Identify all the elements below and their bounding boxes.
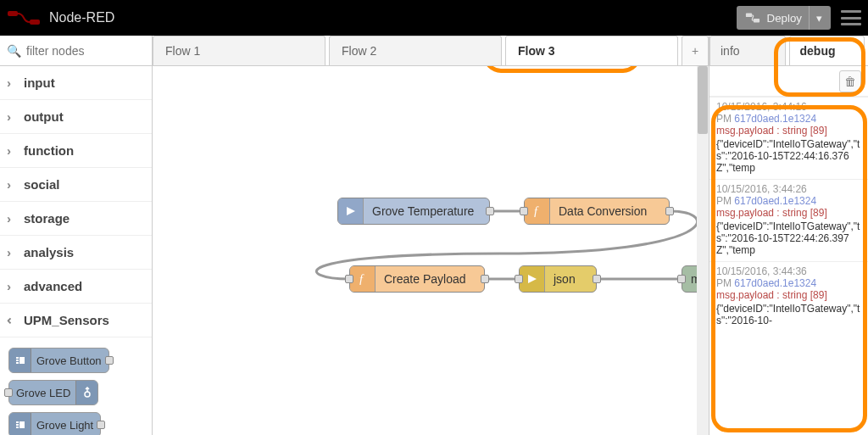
node-label: Grove Temperature (364, 204, 489, 218)
palette-category-label: function (24, 143, 74, 158)
search-icon: 🔍 (7, 44, 21, 58)
flow-tab-flow-2[interactable]: Flow 2 (329, 36, 502, 65)
palette-category-advanced[interactable]: ›advanced (0, 270, 152, 304)
node-port-icon[interactable] (486, 207, 494, 215)
flow-node-json[interactable]: json (519, 265, 597, 293)
flow-canvas[interactable]: Grove TemperaturefData ConversionfCreate… (153, 66, 709, 435)
svg-rect-7 (19, 357, 25, 364)
sidebar-tools: 🗑 (709, 66, 868, 97)
palette-category-input[interactable]: ›input (0, 66, 152, 100)
sidebar: infodebug 🗑 10/15/2016, 3:44:16PM 617d0a… (709, 36, 868, 435)
svg-rect-3 (753, 19, 759, 23)
svg-rect-1 (30, 20, 40, 25)
palette-node-label: Grove Button (36, 354, 102, 367)
node-port-icon[interactable] (520, 207, 528, 215)
flow-tab-label: Flow 2 (342, 44, 376, 58)
debug-message[interactable]: 10/15/2016, 3:44:16PM 617d0aed.1e1324msg… (709, 97, 868, 179)
palette-category-upm_sensors[interactable]: ⌄UPM_Sensors (0, 304, 152, 337)
app-header: Node-RED Deploy ▾ (0, 0, 868, 36)
palette-node-grove-led[interactable]: Grove LED (8, 380, 98, 405)
debug-msg-property: msg.payload : string [89] (716, 289, 861, 301)
node-port-icon[interactable] (515, 275, 523, 283)
node-port-icon[interactable] (481, 275, 489, 283)
svg-rect-10 (16, 424, 19, 426)
sensor-icon (9, 349, 31, 372)
flow-node-grove-temperature[interactable]: Grove Temperature (337, 198, 490, 225)
flow-tab-flow-3[interactable]: Flow 3 (505, 36, 678, 65)
palette-category-function[interactable]: ›function (0, 134, 152, 168)
node-port-icon[interactable] (345, 275, 353, 283)
node-type-icon (338, 198, 364, 224)
node-port-icon[interactable] (97, 421, 105, 429)
debug-message[interactable]: 10/15/2016, 3:44:36PM 617d0aed.1e1324msg… (709, 261, 868, 332)
debug-msg-time-suffix: PM (716, 195, 734, 207)
node-port-icon[interactable] (4, 388, 13, 397)
svg-rect-11 (16, 427, 19, 428)
sensor-icon (9, 413, 31, 435)
sidebar-tab-debug[interactable]: debug (789, 36, 865, 65)
node-type-icon (520, 266, 545, 292)
node-red-logo-icon (7, 9, 41, 26)
debug-messages[interactable]: 10/15/2016, 3:44:16PM 617d0aed.1e1324msg… (709, 97, 868, 435)
palette-category-label: UPM_Sensors (24, 313, 109, 327)
palette-category-label: advanced (24, 279, 82, 293)
flow-node-create-payload[interactable]: fCreate Payload (349, 265, 485, 293)
debug-clear-button[interactable]: 🗑 (839, 70, 861, 92)
main-menu-button[interactable] (841, 10, 861, 25)
palette-category-nodes: Grove ButtonGrove LEDGrove Light (0, 337, 152, 435)
debug-msg-time: 10/15/2016, 3:44:26 (716, 183, 861, 195)
node-port-icon[interactable] (105, 356, 114, 365)
palette-category-social[interactable]: ›social (0, 168, 152, 202)
svg-rect-5 (16, 360, 19, 361)
flow-add-tab-button[interactable]: + (682, 36, 709, 65)
debug-msg-node[interactable]: 617d0aed.1e1324 (734, 113, 816, 125)
flow-tab-label: Flow 3 (518, 44, 555, 58)
svg-rect-9 (16, 421, 19, 423)
flow-tab-flow-1[interactable]: Flow 1 (153, 36, 326, 65)
palette-filter-input[interactable] (26, 44, 145, 58)
svg-rect-4 (16, 357, 19, 359)
palette-node-label: Grove Light (36, 419, 93, 432)
debug-msg-time-suffix: PM (716, 277, 734, 289)
debug-msg-body: {"deviceID":"IntelIoTGateway","ts":"2016… (716, 303, 861, 326)
palette-category-output[interactable]: ›output (0, 100, 152, 134)
node-label: Create Payload (376, 272, 484, 286)
node-port-icon[interactable] (665, 207, 674, 215)
debug-msg-time: 10/15/2016, 3:44:16 (716, 101, 861, 113)
flow-tabs: Flow 1Flow 2Flow 3+ (153, 36, 709, 66)
node-port-icon[interactable] (677, 275, 686, 283)
svg-rect-12 (19, 421, 25, 428)
debug-msg-body: {"deviceID":"IntelIoTGateway","ts":"2016… (716, 138, 861, 174)
chevron-icon: › (7, 143, 17, 158)
chevron-icon: › (7, 211, 17, 226)
chevron-icon: ⌄ (4, 315, 19, 326)
node-label: json (545, 272, 596, 286)
node-port-icon[interactable] (593, 275, 601, 283)
palette-category-analysis[interactable]: ›analysis (0, 236, 152, 270)
deploy-icon (745, 12, 760, 24)
palette-filter: 🔍 (0, 36, 152, 66)
deploy-caret-icon[interactable]: ▾ (809, 6, 822, 30)
svg-text:f: f (534, 205, 539, 217)
deploy-button[interactable]: Deploy ▾ (737, 6, 832, 30)
debug-msg-time-suffix: PM (716, 113, 734, 125)
debug-msg-node[interactable]: 617d0aed.1e1324 (734, 277, 816, 289)
sidebar-tab-info[interactable]: info (709, 36, 786, 65)
palette-panel: 🔍 ›input›output›function›social›storage›… (0, 36, 153, 435)
palette-node-grove-light[interactable]: Grove Light (8, 412, 101, 435)
canvas-scrollbar-thumb[interactable] (698, 66, 708, 134)
svg-rect-6 (16, 362, 19, 364)
palette-category-label: social (24, 177, 60, 192)
palette-category-label: analysis (24, 245, 74, 259)
palette-list[interactable]: ›input›output›function›social›storage›an… (0, 66, 152, 435)
debug-msg-node[interactable]: 617d0aed.1e1324 (734, 195, 816, 207)
flow-node-data-conversion[interactable]: fData Conversion (524, 198, 670, 225)
sidebar-tabs: infodebug (709, 36, 868, 66)
svg-rect-2 (745, 14, 751, 18)
debug-message[interactable]: 10/15/2016, 3:44:26PM 617d0aed.1e1324msg… (709, 179, 868, 261)
palette-node-grove-button[interactable]: Grove Button (8, 348, 109, 373)
plus-icon: + (692, 44, 698, 58)
palette-category-storage[interactable]: ›storage (0, 202, 152, 236)
svg-point-8 (85, 392, 90, 397)
canvas-scrollbar[interactable] (697, 66, 709, 435)
